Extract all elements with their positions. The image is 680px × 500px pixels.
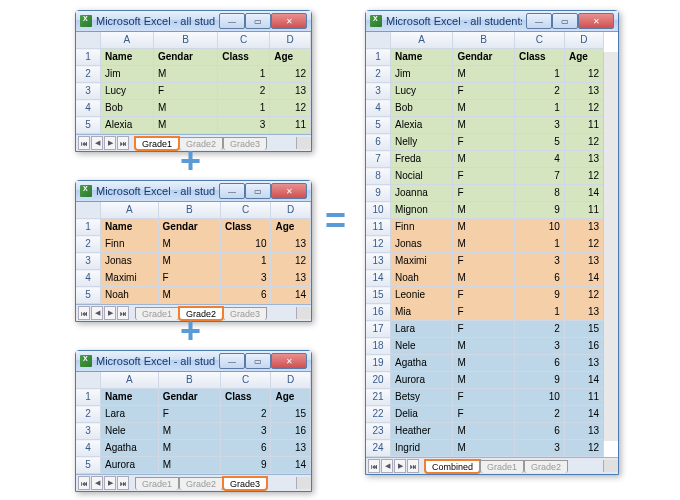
cell[interactable]: 2 <box>514 321 564 338</box>
cell[interactable]: 11 <box>270 117 311 134</box>
cell[interactable]: F <box>453 321 515 338</box>
cell[interactable]: 3 <box>220 423 271 440</box>
row-header[interactable]: 5 <box>76 457 101 474</box>
row-header[interactable]: 1 <box>76 49 101 66</box>
cell[interactable]: Mia <box>391 304 453 321</box>
minimize-button[interactable]: — <box>219 13 245 29</box>
cell[interactable]: Alexia <box>391 117 453 134</box>
cell[interactable]: Mignon <box>391 202 453 219</box>
cell[interactable]: 14 <box>271 457 311 474</box>
sheet-nav-button[interactable]: ◀ <box>381 459 393 473</box>
cell[interactable]: 12 <box>564 100 603 117</box>
row-header[interactable]: 2 <box>76 406 101 423</box>
minimize-button[interactable]: — <box>526 13 552 29</box>
row-header[interactable]: 23 <box>366 423 391 440</box>
table-header-cell[interactable]: Class <box>218 49 270 66</box>
cell[interactable]: Jim <box>391 66 453 83</box>
table-header-cell[interactable]: Age <box>564 49 603 66</box>
column-header[interactable]: B <box>158 372 220 389</box>
cell[interactable]: F <box>453 287 515 304</box>
cell[interactable]: M <box>158 287 220 304</box>
cell[interactable]: Nelly <box>391 134 453 151</box>
sheet-nav-button[interactable]: ⏮ <box>78 476 90 490</box>
cell[interactable]: M <box>158 440 220 457</box>
sheet-tab[interactable]: Grade3 <box>223 477 267 490</box>
table-header-cell[interactable]: Class <box>514 49 564 66</box>
cell[interactable]: 13 <box>564 253 603 270</box>
cell[interactable]: 15 <box>564 321 603 338</box>
sheet-nav-button[interactable]: ◀ <box>91 476 103 490</box>
row-header[interactable]: 4 <box>76 440 101 457</box>
table-header-cell[interactable]: Class <box>220 219 271 236</box>
cell[interactable]: Agatha <box>391 355 453 372</box>
row-header[interactable]: 8 <box>366 168 391 185</box>
cell[interactable]: 16 <box>564 338 603 355</box>
cell[interactable]: Lucy <box>101 83 154 100</box>
cell[interactable]: 12 <box>271 253 311 270</box>
cell[interactable]: Aurora <box>101 457 159 474</box>
cell[interactable]: Maximi <box>391 253 453 270</box>
minimize-button[interactable]: — <box>219 353 245 369</box>
cell[interactable]: Finn <box>101 236 159 253</box>
maximize-button[interactable]: ▭ <box>245 13 271 29</box>
cell[interactable]: 16 <box>271 423 311 440</box>
cell[interactable]: M <box>453 355 515 372</box>
cell[interactable]: 6 <box>220 440 271 457</box>
cell[interactable]: 1 <box>218 100 270 117</box>
sheet-tab[interactable]: Grade1 <box>135 307 179 320</box>
sheet-tab[interactable]: Grade3 <box>223 307 267 320</box>
scrollbar-stub[interactable] <box>296 137 311 149</box>
table-header-cell[interactable]: Gendar <box>453 49 515 66</box>
cell[interactable]: 15 <box>271 406 311 423</box>
cell[interactable]: Betsy <box>391 389 453 406</box>
cell[interactable]: Maximi <box>101 270 159 287</box>
cell[interactable]: 13 <box>271 270 311 287</box>
cell[interactable]: 7 <box>514 168 564 185</box>
cell[interactable]: M <box>453 423 515 440</box>
row-header[interactable]: 5 <box>76 287 101 304</box>
scrollbar-stub[interactable] <box>296 307 311 319</box>
maximize-button[interactable]: ▭ <box>552 13 578 29</box>
cell[interactable]: F <box>453 83 515 100</box>
cell[interactable]: Jonas <box>391 236 453 253</box>
column-header[interactable]: A <box>391 32 453 49</box>
cell[interactable]: 14 <box>564 185 603 202</box>
cell[interactable]: F <box>453 168 515 185</box>
row-header[interactable]: 3 <box>76 83 101 100</box>
cell[interactable]: 6 <box>514 423 564 440</box>
cell[interactable]: F <box>453 253 515 270</box>
cell[interactable]: 8 <box>514 185 564 202</box>
table-header-cell[interactable]: Gendar <box>158 389 220 406</box>
cell[interactable]: M <box>453 100 515 117</box>
sheet-tab[interactable]: Grade1 <box>135 137 179 150</box>
cell[interactable]: 1 <box>514 66 564 83</box>
cell[interactable]: 14 <box>271 287 311 304</box>
cell[interactable]: 12 <box>564 440 603 457</box>
row-header[interactable]: 17 <box>366 321 391 338</box>
cell[interactable]: F <box>153 83 217 100</box>
row-header[interactable]: 15 <box>366 287 391 304</box>
row-header[interactable]: 2 <box>76 66 101 83</box>
cell[interactable]: 9 <box>514 372 564 389</box>
cell[interactable]: M <box>153 100 217 117</box>
cell[interactable]: 11 <box>564 389 603 406</box>
maximize-button[interactable]: ▭ <box>245 353 271 369</box>
cell[interactable]: M <box>158 423 220 440</box>
cell[interactable]: 12 <box>270 66 311 83</box>
sheet-nav-button[interactable]: ▶ <box>104 306 116 320</box>
sheet-nav-button[interactable]: ⏮ <box>368 459 380 473</box>
cell[interactable]: 1 <box>514 236 564 253</box>
cell[interactable]: 13 <box>564 151 603 168</box>
sheet-tab[interactable]: Grade2 <box>179 477 223 490</box>
scrollbar-stub[interactable] <box>603 460 618 472</box>
cell[interactable]: 12 <box>564 287 603 304</box>
cell[interactable]: Noah <box>391 270 453 287</box>
maximize-button[interactable]: ▭ <box>245 183 271 199</box>
cell[interactable]: Leonie <box>391 287 453 304</box>
close-button[interactable]: ✕ <box>271 353 307 369</box>
cell[interactable]: 10 <box>514 389 564 406</box>
cell[interactable]: Jonas <box>101 253 159 270</box>
cell[interactable]: M <box>453 117 515 134</box>
row-header[interactable]: 3 <box>366 83 391 100</box>
spreadsheet-grid[interactable]: ABCD1NameGendarClassAge2LaraF2153NeleM31… <box>76 372 311 474</box>
